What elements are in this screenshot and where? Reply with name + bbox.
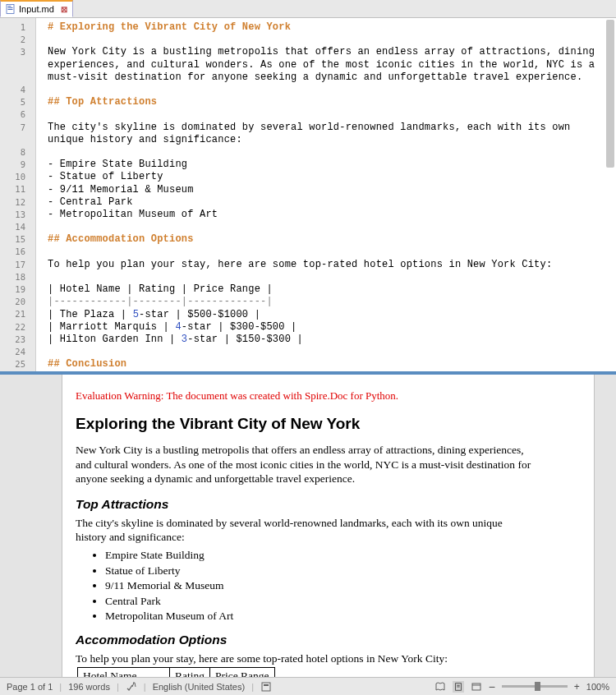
doc-margin-right [595,375,616,677]
code-line[interactable]: ## Top Attractions [48,96,616,108]
doc-intro: New York City is a bustling metropolis t… [76,443,536,486]
close-icon[interactable]: ⊠ [61,5,67,14]
zoom-slider-thumb[interactable] [535,682,540,691]
code-line[interactable]: - Empire State Building [48,159,616,171]
doc-accommodation-text: To help you plan your stay, here are som… [76,651,536,666]
line-number-gutter: 1234567891011121314151617181920212223242… [0,18,36,371]
status-language[interactable]: English (United States) [153,682,246,692]
read-mode-icon[interactable] [434,681,446,693]
code-line[interactable]: To help you plan your stay, here are som… [48,259,616,271]
code-line[interactable] [48,246,616,259]
line-number: 10 [0,171,35,183]
list-item: 9/11 Memorial & Museum [105,578,581,593]
doc-attractions-text: The city's skyline is dominated by sever… [76,516,536,545]
doc-margin-left [0,375,62,677]
status-page[interactable]: Page 1 of 1 [7,682,53,692]
table-header-cell: Price Range [209,668,274,677]
code-line[interactable]: - Central Park [48,196,616,209]
web-layout-icon[interactable] [471,681,482,693]
zoom-in-button[interactable]: + [574,681,580,693]
line-number: 22 [0,321,35,334]
line-number: 3 [0,46,35,58]
svg-rect-5 [264,684,269,686]
tab-input-md[interactable]: Input.md ⊠ [0,0,73,17]
svg-rect-4 [262,683,270,691]
code-line[interactable] [48,146,616,159]
line-number: 16 [0,246,35,258]
zoom-slider[interactable] [502,685,568,688]
doc-h2-accommodation: Accommodation Options [76,632,581,648]
code-line[interactable]: New York City is a bustling metropolis t… [48,46,616,84]
code-line[interactable] [48,346,616,358]
code-line[interactable]: | Hotel Name | Rating | Price Range | [48,283,616,296]
line-number: 12 [0,196,35,209]
code-area[interactable]: # Exploring the Vibrant City of New York… [36,18,616,371]
line-number: 13 [0,209,35,221]
doc-h2-top-attractions: Top Attractions [76,496,581,513]
line-number: 23 [0,334,35,346]
line-number [0,134,35,146]
accessibility-icon[interactable] [260,681,272,693]
line-number: 6 [0,108,35,121]
list-item: Metropolitan Museum of Art [105,609,581,624]
line-number: 11 [0,183,35,196]
code-line[interactable] [48,84,616,96]
line-number [0,71,35,84]
evaluation-warning: Evaluation Warning: The document was cre… [76,389,581,403]
code-line[interactable]: - Statue of Liberty [48,171,616,183]
line-number: 5 [0,96,35,108]
status-bar: Page 1 of 1 | 196 words | | English (Uni… [0,677,616,695]
line-number: 2 [0,34,35,46]
list-item: Central Park [105,594,581,609]
code-line[interactable]: ## Accommodation Options [48,233,616,246]
svg-rect-1 [8,6,11,7]
code-line[interactable] [48,221,616,233]
line-number: 25 [0,358,35,371]
doc-h1: Exploring the Vibrant City of New York [76,414,581,435]
line-number: 7 [0,122,35,134]
doc-hotel-table: Hotel NameRatingPrice RangeThe Plaza5-st… [77,667,275,677]
code-line[interactable]: # Exploring the Vibrant City of New York [48,21,616,34]
list-item: Statue of Liberty [105,564,581,578]
doc-page: Evaluation Warning: The document was cre… [62,375,595,677]
line-number: 20 [0,296,35,308]
line-number: 15 [0,233,35,246]
print-layout-icon[interactable] [453,681,464,693]
svg-rect-2 [8,7,13,8]
code-line[interactable]: - 9/11 Memorial & Museum [48,184,616,196]
doc-attractions-list: Empire State BuildingStatue of Liberty9/… [105,548,581,624]
code-line[interactable]: | Hilton Garden Inn | 3-star | $150-$300… [48,334,616,346]
line-number: 9 [0,159,35,171]
code-line[interactable]: - Metropolitan Museum of Art [48,209,616,221]
line-number: 17 [0,259,35,271]
line-number: 4 [0,84,35,96]
code-line[interactable]: |------------|--------|-------------| [48,296,616,308]
spellcheck-icon[interactable] [126,681,137,693]
line-number: 19 [0,283,35,296]
document-pane: Evaluation Warning: The document was cre… [0,373,616,677]
line-number: 18 [0,271,35,283]
code-line[interactable]: ## Conclusion [48,358,616,371]
code-line[interactable]: The city's skyline is dominated by sever… [48,122,616,146]
code-line[interactable] [48,271,616,283]
code-line[interactable] [48,34,616,46]
tab-bar: Input.md ⊠ [0,0,616,18]
editor-pane: 1234567891011121314151617181920212223242… [0,18,616,373]
code-line[interactable]: | The Plaza | 5-star | $500-$1000 | [48,309,616,321]
line-number: 8 [0,146,35,159]
svg-rect-3 [8,9,13,10]
zoom-out-button[interactable]: − [489,680,495,693]
line-number: 21 [0,308,35,320]
line-number: 14 [0,221,35,233]
table-header-cell: Rating [169,668,209,677]
file-icon [6,4,16,14]
table-header-cell: Hotel Name [78,668,170,677]
scrollbar-thumb[interactable] [606,20,614,168]
line-number [0,59,35,71]
code-line[interactable]: | Marriott Marquis | 4-star | $300-$500 … [48,321,616,334]
code-line[interactable] [48,108,616,121]
zoom-level[interactable]: 100% [586,682,609,692]
line-number: 24 [0,346,35,358]
status-words[interactable]: 196 words [68,682,110,692]
svg-rect-9 [472,683,480,690]
